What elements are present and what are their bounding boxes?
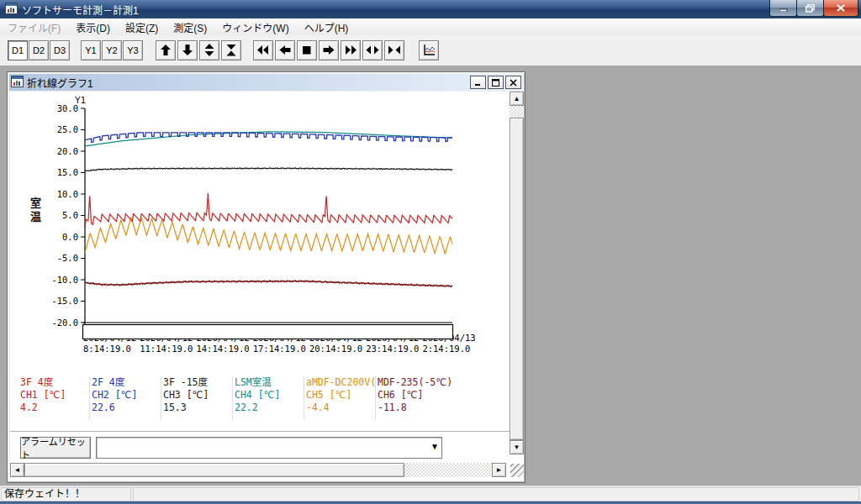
menu-item-3[interactable]: 測定(S) bbox=[166, 18, 214, 36]
legend-ch6: MDF-235(-5℃)CH6 [℃]-11.8 bbox=[376, 376, 510, 420]
scrollbar-left-icon[interactable]: ◄ bbox=[10, 463, 24, 477]
d2-button[interactable]: D2 bbox=[29, 40, 49, 60]
x-tick-time-label: 14:14:19.0 bbox=[196, 344, 249, 354]
skip-forward-button[interactable] bbox=[341, 40, 361, 60]
y-tick-label: 0.0 bbox=[62, 232, 78, 242]
graph-window-title: 折れ線グラフ1 bbox=[27, 76, 93, 90]
legend-channel-value: 22.2 bbox=[235, 402, 304, 414]
collapse-vertical-button[interactable] bbox=[221, 40, 241, 60]
y2-button[interactable]: Y2 bbox=[102, 40, 122, 60]
series-line-CH3 bbox=[85, 168, 452, 171]
application-window: ソフトサーモ計測－計測1 ファイル(F)表示(D)設定(Z)測定(S)ウィンドウ… bbox=[0, 0, 861, 504]
series-line-CH6 bbox=[85, 281, 452, 286]
arrow-left-icon bbox=[278, 44, 292, 57]
y-tick-label: 25.0 bbox=[57, 124, 78, 134]
legend-channel-name: MDF-235(-5℃) bbox=[378, 376, 510, 389]
scrollbar-up-icon[interactable]: ▲ bbox=[510, 92, 524, 106]
status-cell-empty bbox=[130, 487, 859, 501]
series-line-CH5 bbox=[85, 218, 452, 254]
legend-ch3: 3F -15度CH3 [℃]15.3 bbox=[161, 376, 233, 420]
d3-button[interactable]: D3 bbox=[50, 40, 70, 60]
arrow-right-icon bbox=[322, 44, 335, 57]
y-tick-label: 5.0 bbox=[62, 210, 78, 220]
scrollbar-right-icon[interactable]: ► bbox=[492, 463, 506, 477]
y-axis-label: 室温 bbox=[27, 197, 43, 224]
collapse-horizontal-button[interactable] bbox=[384, 40, 404, 60]
scroll-up-button[interactable] bbox=[156, 40, 176, 60]
graph-minimize-button[interactable] bbox=[470, 76, 486, 89]
chart-icon bbox=[422, 44, 436, 57]
menubar: ファイル(F)表示(D)設定(Z)測定(S)ウィンドウ(W)ヘルプ(H) bbox=[0, 18, 861, 36]
skip-back-button[interactable] bbox=[253, 40, 273, 60]
legend-ch4: LSM室温CH4 [℃]22.2 bbox=[233, 376, 304, 420]
stop-button[interactable] bbox=[297, 40, 317, 60]
vertical-scrollbar-track[interactable] bbox=[510, 106, 524, 118]
legend-channel-value: 15.3 bbox=[163, 402, 232, 414]
arrow-down-icon bbox=[181, 44, 194, 57]
close-button[interactable] bbox=[823, 0, 858, 17]
mdi-workspace: 折れ線グラフ1 Y130.025.020.015.010.05.00.0-5.0… bbox=[0, 66, 861, 486]
graph-client-area: Y130.025.020.015.010.05.00.0-5.0-10.0-15… bbox=[10, 92, 524, 481]
minimize-button[interactable] bbox=[769, 0, 797, 17]
expand-horizontal-icon bbox=[366, 44, 379, 57]
main-titlebar[interactable]: ソフトサーモ計測－計測1 bbox=[0, 0, 861, 18]
expand-vertical-icon bbox=[203, 44, 216, 57]
scrollbar-down-icon[interactable]: ▼ bbox=[510, 440, 524, 454]
expand-vertical-button[interactable] bbox=[199, 40, 219, 60]
legend-channel-unit: CH1 [℃] bbox=[20, 389, 89, 402]
series-line-CH2 bbox=[85, 133, 452, 143]
x-tick-time-label: 8:14:19.0 bbox=[83, 344, 131, 354]
y-tick-label: 20.0 bbox=[57, 146, 78, 156]
menu-item-4[interactable]: ウィンドウ(W) bbox=[214, 18, 296, 36]
step-right-button[interactable] bbox=[319, 40, 339, 60]
status-bar: 保存ウェイト！！ bbox=[0, 486, 861, 501]
x-tick-time-label: 20:14:19.0 bbox=[309, 344, 362, 354]
graph-window-icon bbox=[11, 76, 24, 90]
legend-channel-value: 4.2 bbox=[20, 402, 89, 414]
legend-ch1: 3F 4度CH1 [℃]4.2 bbox=[18, 376, 90, 420]
horizontal-scrollbar-track[interactable] bbox=[404, 463, 492, 477]
app-icon bbox=[5, 3, 18, 17]
y-tick-label: 30.0 bbox=[57, 103, 78, 113]
y-tick-label: 15.0 bbox=[57, 167, 78, 177]
restore-button[interactable] bbox=[796, 0, 824, 17]
x-tick-time-label: 2:14:19.0 bbox=[422, 344, 470, 354]
legend-channel-unit: CH5 [℃] bbox=[306, 389, 375, 402]
horizontal-scrollbar[interactable]: ◄ ► bbox=[10, 463, 506, 477]
vertical-scrollbar[interactable]: ▲ ▼ bbox=[510, 92, 524, 454]
window-title: ソフトサーモ計測－計測1 bbox=[22, 3, 139, 17]
legend-channel-name: 2F 4度 bbox=[92, 376, 161, 389]
y3-button[interactable]: Y3 bbox=[123, 40, 143, 60]
menu-item-5[interactable]: ヘルプ(H) bbox=[297, 18, 357, 36]
expand-horizontal-button[interactable] bbox=[362, 40, 383, 60]
menu-item-2[interactable]: 設定(Z) bbox=[118, 18, 166, 36]
graph-maximize-button[interactable] bbox=[488, 76, 504, 89]
alarm-band-box bbox=[83, 325, 453, 339]
y-tick-label: 10.0 bbox=[57, 189, 78, 199]
step-left-button[interactable] bbox=[275, 40, 295, 60]
combo-dropdown-icon[interactable]: ▼ bbox=[430, 442, 439, 451]
menu-item-0[interactable]: ファイル(F) bbox=[0, 18, 68, 36]
scroll-down-button[interactable] bbox=[177, 40, 198, 60]
graph-close-button[interactable] bbox=[505, 76, 521, 89]
d1-button[interactable]: D1 bbox=[8, 40, 28, 60]
vertical-scrollbar-thumb[interactable] bbox=[510, 118, 524, 440]
status-message: 保存ウェイト！！ bbox=[1, 487, 134, 501]
y-tick-label: -15.0 bbox=[51, 296, 78, 306]
legend-channel-name: aMDF-DC200V(+7 bbox=[306, 376, 375, 389]
menu-item-1[interactable]: 表示(D) bbox=[68, 18, 118, 36]
legend-channel-value: -4.4 bbox=[306, 402, 375, 414]
graph-window-titlebar[interactable]: 折れ線グラフ1 bbox=[9, 74, 523, 91]
alarm-reset-button[interactable]: アラームリセット bbox=[20, 437, 91, 459]
stop-icon bbox=[300, 44, 314, 57]
horizontal-scrollbar-thumb[interactable] bbox=[24, 463, 404, 477]
y-tick-label: -10.0 bbox=[51, 275, 78, 285]
legend-channel-name: 3F 4度 bbox=[20, 376, 89, 389]
resize-grip[interactable] bbox=[510, 464, 524, 477]
skip-forward-icon bbox=[344, 44, 357, 57]
legend-channel-unit: CH3 [℃] bbox=[163, 389, 232, 402]
graph-settings-button[interactable] bbox=[419, 40, 439, 60]
alarm-combo-box[interactable]: ▼ bbox=[96, 437, 442, 459]
y1-button[interactable]: Y1 bbox=[81, 40, 101, 60]
legend-channel-name: 3F -15度 bbox=[163, 376, 232, 389]
